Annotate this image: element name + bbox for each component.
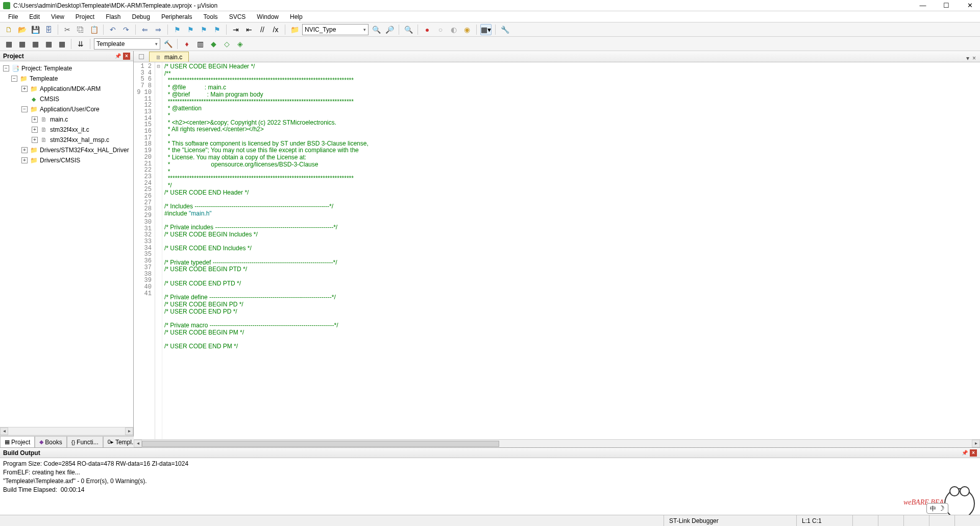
editor-tab-strip: 🗎main.c ▾× <box>134 51 980 62</box>
bookmark-next-button[interactable]: ⚑ <box>198 24 209 35</box>
breakpoint-kill-button[interactable]: ◉ <box>461 24 473 35</box>
tree-scrollbar[interactable]: ◂▸ <box>0 427 133 435</box>
project-panel: Project 📌 × −📑Project: Templeate −📁Templ… <box>0 51 134 447</box>
menu-file[interactable]: File <box>3 12 23 21</box>
menu-project[interactable]: Project <box>70 12 100 21</box>
tree-root[interactable]: −📑Project: Templeate <box>0 63 133 74</box>
redo-button[interactable]: ↷ <box>120 24 132 35</box>
code-editor[interactable]: /* USER CODE BEGIN Header */ /** *******… <box>162 62 980 439</box>
pack-installer-button[interactable]: ◈ <box>234 38 246 50</box>
nav-forward-button[interactable]: ⇒ <box>153 24 164 35</box>
debug-button[interactable]: 🔍 <box>403 24 414 35</box>
rebuild-button[interactable]: ▦ <box>30 38 41 50</box>
target-combo[interactable]: Templeate▾ <box>94 38 160 50</box>
menu-flash[interactable]: Flash <box>101 12 126 21</box>
status-scrl <box>903 515 929 526</box>
find-combo[interactable]: NVIC_Type▾ <box>302 24 369 35</box>
tab-close-icon[interactable]: × <box>972 55 976 62</box>
tab-project[interactable]: ▦Project <box>0 436 35 447</box>
build-output-text[interactable]: Program Size: Code=2854 RO-data=478 RW-d… <box>0 458 980 515</box>
menu-window[interactable]: Window <box>252 12 284 21</box>
target-combo-text: Templeate <box>96 40 125 47</box>
find-icon-button[interactable]: 📁 <box>289 24 300 35</box>
save-all-button[interactable]: 🗄 <box>43 24 54 35</box>
menu-debug[interactable]: Debug <box>127 12 155 21</box>
tree-item-group[interactable]: +📁Application/MDK-ARM <box>0 84 133 94</box>
maximize-button[interactable]: ☐ <box>939 2 953 9</box>
toolbar-build: ▦ ▦ ▦ ▦ ▦ ⇊ Templeate▾ 🔨 ♦ ▥ ◆ ◇ ◈ <box>0 37 980 51</box>
ime-badge[interactable]: 中 ☽ <box>926 503 948 514</box>
editor-scrollbar[interactable]: ◂▸ <box>134 439 980 447</box>
project-tree[interactable]: −📑Project: Templeate −📁Templeate +📁Appli… <box>0 61 133 427</box>
status-bar: ST-Link Debugger L:1 C:1 <box>0 515 980 526</box>
outdent-button[interactable]: ⇤ <box>243 24 255 35</box>
tab-books[interactable]: ◆Books <box>35 436 66 447</box>
find-in-files-button[interactable]: 🔍 <box>371 24 382 35</box>
status-ovr <box>929 515 954 526</box>
indent-button[interactable]: ⇥ <box>230 24 241 35</box>
tree-item-cmsis[interactable]: ◆CMSIS <box>0 94 133 104</box>
breakpoint-insert-button[interactable]: ● <box>422 24 433 35</box>
paste-button[interactable]: 📋 <box>88 24 100 35</box>
tree-item-group[interactable]: −📁Application/User/Core <box>0 104 133 114</box>
window-title: C:\Users\admin\Desktop\Templeate\MDK-ARM… <box>13 2 916 9</box>
cut-button[interactable]: ✂ <box>62 24 73 35</box>
pin-icon[interactable]: 📌 <box>962 450 968 456</box>
breakpoint-disable-button[interactable]: ◐ <box>448 24 459 35</box>
tree-item-group[interactable]: +📁Drivers/CMSIS <box>0 155 133 165</box>
menu-peripherals[interactable]: Peripherals <box>156 12 198 21</box>
find-combo-text: NVIC_Type <box>305 26 336 33</box>
tree-item-file[interactable]: +🗎stm32f4xx_it.c <box>0 125 133 135</box>
editor-tab-main[interactable]: 🗎main.c <box>149 52 189 62</box>
fold-margin[interactable]: ⊟ <box>155 62 162 439</box>
new-button[interactable]: 🗋 <box>3 24 14 35</box>
breakpoint-enable-button[interactable]: ○ <box>435 24 446 35</box>
menu-view[interactable]: View <box>46 12 69 21</box>
comment-button[interactable]: // <box>257 24 268 35</box>
panel-close-button[interactable]: × <box>970 449 977 457</box>
status-num <box>878 515 903 526</box>
tree-item-group[interactable]: +📁Drivers/STM32F4xx_HAL_Driver <box>0 145 133 155</box>
translate-button[interactable]: ▦ <box>3 38 14 50</box>
tab-dropdown-icon[interactable]: ▾ <box>966 55 969 62</box>
minimize-button[interactable]: — <box>916 2 930 9</box>
incremental-find-button[interactable]: 🔎 <box>384 24 395 35</box>
manage-rte-button[interactable]: ◆ <box>208 38 219 50</box>
window-titlebar: C:\Users\admin\Desktop\Templeate\MDK-ARM… <box>0 0 980 11</box>
target-options-button[interactable]: 🔨 <box>162 38 174 50</box>
status-cursor-pos: L:1 C:1 <box>796 515 852 526</box>
configure-button[interactable]: 🔧 <box>499 24 510 35</box>
tree-item-file[interactable]: +🗎main.c <box>0 114 133 125</box>
bookmark-prev-button[interactable]: ⚑ <box>185 24 196 35</box>
tree-item-file[interactable]: +🗎stm32f4xx_hal_msp.c <box>0 135 133 145</box>
project-panel-title: Project <box>3 53 24 60</box>
window-layout-button[interactable]: ▦▾ <box>480 24 492 35</box>
manage-project-button[interactable]: ♦ <box>181 38 192 50</box>
batch-build-button[interactable]: ▦ <box>43 38 54 50</box>
bookmark-clear-button[interactable]: ⚑ <box>211 24 223 35</box>
manage-multi-button[interactable]: ▥ <box>194 38 206 50</box>
menu-edit[interactable]: Edit <box>24 12 45 21</box>
close-button[interactable]: ✕ <box>963 2 977 9</box>
menu-svcs[interactable]: SVCS <box>224 12 251 21</box>
project-panel-tabs: ▦Project ◆Books {}Functi... 0▸Templ... <box>0 435 133 447</box>
save-button[interactable]: 💾 <box>30 24 41 35</box>
copy-button[interactable]: ⿻ <box>75 24 86 35</box>
download-button[interactable]: ⇊ <box>75 38 86 50</box>
bookmark-toggle-button[interactable]: ⚑ <box>172 24 183 35</box>
menu-help[interactable]: Help <box>285 12 308 21</box>
menu-tools[interactable]: Tools <box>199 12 223 21</box>
tree-item-target[interactable]: −📁Templeate <box>0 74 133 84</box>
open-button[interactable]: 📂 <box>16 24 28 35</box>
status-caps <box>852 515 878 526</box>
nav-back-button[interactable]: ⇐ <box>139 24 151 35</box>
pin-icon[interactable]: 📌 <box>115 53 121 59</box>
panel-close-button[interactable]: × <box>123 53 130 60</box>
select-pack-button[interactable]: ◇ <box>221 38 232 50</box>
stop-build-button[interactable]: ▦ <box>56 38 67 50</box>
undo-button[interactable]: ↶ <box>107 24 118 35</box>
uncomment-button[interactable]: /x <box>270 24 281 35</box>
build-button[interactable]: ▦ <box>16 38 28 50</box>
project-panel-header: Project 📌 × <box>0 51 133 61</box>
tab-functions[interactable]: {}Functi... <box>67 436 103 447</box>
